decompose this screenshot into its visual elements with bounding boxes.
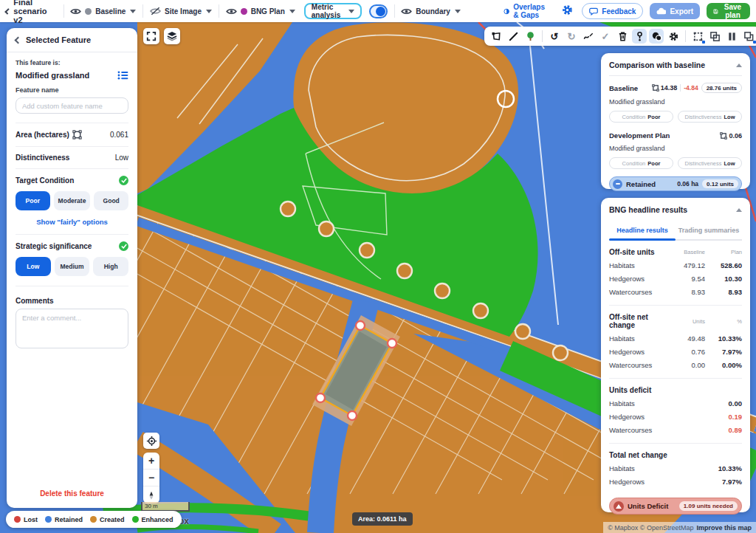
confirm-button[interactable]: ✓ xyxy=(598,29,613,44)
baseline-distinctiveness-chip: DistinctivenessLow xyxy=(678,111,742,123)
condition-good-button[interactable]: Good xyxy=(94,191,128,210)
comparison-panel: Comparison with baseline Baseline 14.38 … xyxy=(601,53,750,189)
legend-created: Created xyxy=(90,516,125,523)
legend-enhanced: Enhanced xyxy=(132,516,173,523)
freehand-draw-tool[interactable] xyxy=(581,29,596,44)
comments-label: Comments xyxy=(16,297,128,305)
bng-results-title: BNG headline results xyxy=(609,205,687,214)
plan-habitat: Modified grassland xyxy=(609,145,742,152)
legend-lost: Lost xyxy=(14,516,38,523)
metric-analysis-select[interactable]: Metric analysis xyxy=(304,3,362,19)
selected-feature-panel: Selected Feature This feature is: Modifi… xyxy=(7,28,137,508)
draw-polygon-tool[interactable] xyxy=(489,29,504,44)
retained-units-badge: 0.12 units xyxy=(702,179,738,188)
feature-intro: This feature is: xyxy=(16,59,128,66)
overlaps-gaps-button[interactable]: Overlaps & Gaps xyxy=(504,3,551,19)
split-feature-tool[interactable] xyxy=(724,29,739,44)
save-plan-button[interactable]: Save plan xyxy=(707,3,750,19)
save-icon xyxy=(713,7,718,16)
fullscreen-button[interactable] xyxy=(143,28,159,44)
panel-title: Selected Feature xyxy=(26,35,91,44)
delete-feature-link[interactable]: Delete this feature xyxy=(7,489,137,498)
improve-map-link[interactable]: Improve this map xyxy=(696,524,752,532)
expand-icon xyxy=(146,31,157,41)
retained-dot xyxy=(45,516,52,523)
layer-baseline[interactable]: Baseline xyxy=(70,7,136,16)
settings-button[interactable] xyxy=(561,4,574,19)
tab-headline-results[interactable]: Headline results xyxy=(609,220,676,239)
show-fairly-link[interactable]: Show "fairly" options xyxy=(16,218,128,226)
eye-icon xyxy=(226,7,237,16)
draw-tree-tool[interactable] xyxy=(523,29,537,44)
strategic-medium-button[interactable]: Medium xyxy=(55,257,90,276)
bng-results-panel: BNG headline results Headline results Tr… xyxy=(601,198,750,512)
check-circle-icon xyxy=(119,176,128,185)
enhanced-dot xyxy=(132,516,139,523)
area-polygon-icon xyxy=(720,132,727,140)
metric-analysis-toggle[interactable] xyxy=(369,4,388,18)
layer-baseline-label: Baseline xyxy=(95,7,126,16)
geolocate-button[interactable] xyxy=(143,433,159,449)
cloud-upload-icon xyxy=(656,7,666,15)
table-row: Hedgerows0.19 xyxy=(609,413,742,421)
overlaps-gaps-label: Overlaps & Gaps xyxy=(513,3,551,19)
delete-tool[interactable] xyxy=(615,29,630,44)
combine-features-tool[interactable] xyxy=(707,29,722,44)
export-button[interactable]: Export xyxy=(650,3,700,19)
strategic-high-button[interactable]: High xyxy=(93,257,128,276)
table-row: Hedgerows0.767.97% xyxy=(609,348,742,356)
back-icon[interactable] xyxy=(15,36,22,44)
map-attribution: © Mapbox © OpenStreetMap Improve this ma… xyxy=(603,522,756,533)
comments-textarea[interactable] xyxy=(16,309,128,348)
condition-moderate-button[interactable]: Moderate xyxy=(54,191,91,210)
undo-button[interactable]: ↺ xyxy=(547,29,562,44)
area-label: Area (hectares) xyxy=(16,131,69,139)
feedback-button[interactable]: Feedback xyxy=(582,3,643,19)
strategic-low-button[interactable]: Low xyxy=(16,257,51,276)
feature-name-input[interactable] xyxy=(16,97,128,114)
tool-settings-button[interactable] xyxy=(666,29,681,44)
layer-bng-plan[interactable]: BNG Plan xyxy=(226,7,295,16)
plan-condition-chip: ConditionPoor xyxy=(609,157,673,169)
snap-tool[interactable] xyxy=(632,29,647,44)
draw-line-tool[interactable] xyxy=(506,29,520,44)
compass-button[interactable] xyxy=(143,486,159,503)
back-icon[interactable] xyxy=(4,8,11,15)
zoom-out-button[interactable]: − xyxy=(143,470,159,486)
baseline-habitat: Modified grassland xyxy=(609,98,742,106)
duplicate-feature-tool[interactable] xyxy=(741,29,756,44)
units-deficit-section: Units deficit Habitats0.00 Hedgerows0.19… xyxy=(609,379,742,444)
chevron-down-icon xyxy=(455,10,461,13)
eye-icon xyxy=(70,7,81,16)
zoom-controls: + − xyxy=(143,453,159,503)
select-rectangle-tool[interactable] xyxy=(690,29,705,44)
habitat-list-icon[interactable] xyxy=(117,71,128,80)
collapse-icon[interactable] xyxy=(736,208,742,212)
save-plan-label: Save plan xyxy=(722,3,743,19)
layers-button[interactable] xyxy=(164,28,180,44)
retained-row[interactable]: Retained 0.06 ha 0.12 units xyxy=(609,176,742,191)
baseline-color-dot xyxy=(85,8,92,15)
tab-trading-summaries[interactable]: Trading summaries xyxy=(676,220,742,239)
feature-name-label: Feature name xyxy=(16,86,128,94)
condition-poor-button[interactable]: Poor xyxy=(16,191,50,210)
zoom-in-button[interactable]: + xyxy=(143,453,159,470)
chevron-down-icon xyxy=(130,10,136,13)
table-row: Habitats10.33% xyxy=(609,464,742,472)
area-polygon-icon xyxy=(652,84,659,92)
offsite-units-section: Off-site unitsBaselinePlan Habitats479.1… xyxy=(609,241,742,306)
redo-button[interactable]: ↻ xyxy=(564,29,579,44)
total-net-change-section: Total net change Habitats10.33% Hedgerow… xyxy=(609,444,742,489)
layer-site-image[interactable]: Site Image xyxy=(150,7,212,16)
overlaps-icon xyxy=(504,7,509,16)
check-circle-icon xyxy=(119,241,128,251)
layer-boundary[interactable]: Boundary xyxy=(401,7,461,16)
chevron-down-icon xyxy=(348,10,354,13)
area-value: 0.061 xyxy=(110,131,128,139)
collapse-icon[interactable] xyxy=(736,63,742,67)
merge-shapes-tool[interactable] xyxy=(649,29,664,44)
layer-bng-plan-label: BNG Plan xyxy=(251,7,285,16)
distinctiveness-label: Distinctiveness xyxy=(16,154,69,162)
baseline-label: Baseline xyxy=(609,84,638,92)
attribution-text[interactable]: © Mapbox © OpenStreetMap xyxy=(608,524,693,532)
